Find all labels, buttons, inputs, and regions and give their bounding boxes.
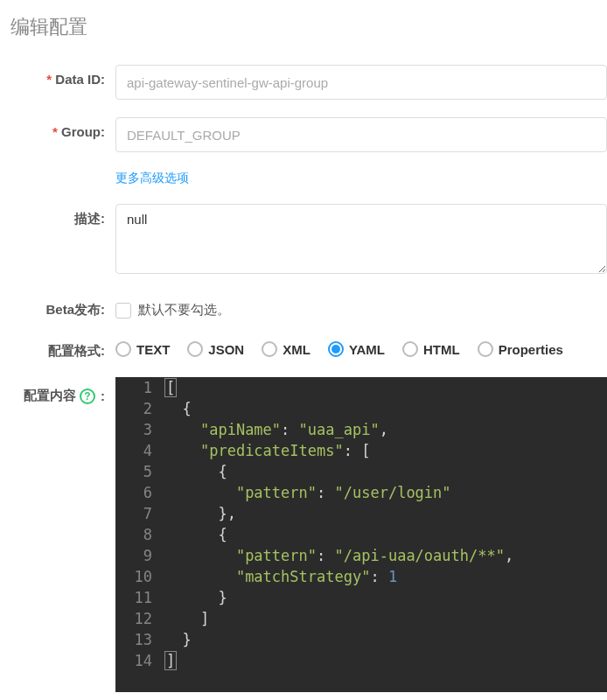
editor-line: 8 { [115, 524, 607, 545]
code-content: ] [164, 650, 177, 671]
radio-label: YAML [349, 342, 385, 357]
editor-line: 14] [115, 650, 607, 671]
line-number: 5 [115, 461, 164, 482]
format-label: 配置格式: [10, 336, 115, 360]
radio-label: HTML [423, 342, 460, 357]
line-number: 2 [115, 398, 164, 419]
code-content: { [164, 461, 227, 482]
editor-line: 3 "apiName": "uaa_api", [115, 419, 607, 440]
group-input[interactable] [115, 117, 607, 152]
line-number: 9 [115, 545, 164, 566]
content-label: 配置内容 [24, 388, 76, 404]
line-number: 1 [115, 377, 164, 398]
advanced-options-link[interactable]: 更多高级选项 [115, 171, 189, 185]
data-id-label: Data ID: [10, 65, 115, 87]
editor-line: 7 }, [115, 503, 607, 524]
line-number: 7 [115, 503, 164, 524]
code-content: "predicateItems": [ [164, 440, 370, 461]
description-textarea[interactable]: null [115, 204, 607, 274]
radio-icon [115, 341, 131, 357]
format-radio-html[interactable]: HTML [402, 341, 460, 357]
line-number: 4 [115, 440, 164, 461]
line-number: 3 [115, 419, 164, 440]
radio-icon [402, 341, 418, 357]
format-radio-text[interactable]: TEXT [115, 341, 170, 357]
editor-line: 11 } [115, 587, 607, 608]
group-label: Group: [10, 117, 115, 139]
radio-icon [262, 341, 277, 357]
radio-icon [478, 341, 493, 357]
line-number: 12 [115, 608, 164, 629]
editor-line: 9 "pattern": "/api-uaa/oauth/**", [115, 545, 607, 566]
code-content: { [164, 398, 192, 419]
code-content: "matchStrategy": 1 [164, 566, 397, 587]
editor-line: 10 "matchStrategy": 1 [115, 566, 607, 587]
editor-line: 12 ] [115, 608, 607, 629]
editor-line: 5 { [115, 461, 607, 482]
description-label: 描述: [10, 204, 115, 228]
code-content: } [164, 587, 227, 608]
editor-line: 6 "pattern": "/user/login" [115, 482, 607, 503]
format-radio-yaml[interactable]: YAML [328, 341, 385, 357]
radio-label: TEXT [136, 342, 170, 357]
radio-label: Properties [499, 342, 563, 357]
line-number: 10 [115, 566, 164, 587]
radio-label: XML [283, 342, 310, 357]
format-radio-json[interactable]: JSON [187, 341, 244, 357]
code-editor[interactable]: 1[2 {3 "apiName": "uaa_api",4 "predicate… [115, 377, 607, 692]
beta-label: Beta发布: [10, 295, 115, 318]
code-content: ] [164, 608, 209, 629]
line-number: 14 [115, 650, 164, 671]
editor-line: 4 "predicateItems": [ [115, 440, 607, 461]
content-colon: : [101, 388, 105, 403]
radio-icon [187, 341, 203, 357]
help-icon[interactable]: ? [80, 388, 95, 404]
line-number: 11 [115, 587, 164, 608]
radio-label: JSON [208, 342, 244, 357]
line-number: 6 [115, 482, 164, 503]
data-id-input[interactable] [115, 65, 607, 100]
editor-line: 2 { [115, 398, 607, 419]
line-number: 13 [115, 629, 164, 650]
code-content: }, [164, 503, 236, 524]
format-radio-properties[interactable]: Properties [478, 341, 563, 357]
code-content: "apiName": "uaa_api", [164, 419, 388, 440]
editor-line: 13 } [115, 629, 607, 650]
code-content: } [164, 629, 192, 650]
code-content: "pattern": "/api-uaa/oauth/**", [164, 545, 513, 566]
line-number: 8 [115, 524, 164, 545]
editor-line: 1[ [115, 377, 607, 398]
code-content: { [164, 524, 227, 545]
code-content: [ [164, 377, 177, 398]
beta-hint: 默认不要勾选。 [138, 302, 230, 318]
page-title: 编辑配置 [10, 14, 607, 40]
code-content: "pattern": "/user/login" [164, 482, 451, 503]
format-radio-xml[interactable]: XML [262, 341, 310, 357]
radio-icon [328, 341, 344, 357]
beta-checkbox[interactable] [115, 303, 131, 318]
